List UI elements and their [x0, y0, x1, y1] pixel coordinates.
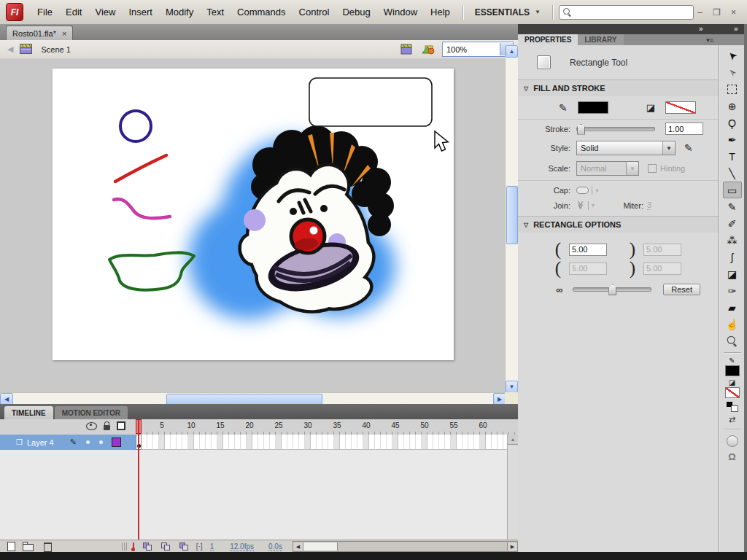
search-input[interactable]	[572, 7, 690, 18]
frame-cell[interactable]	[375, 435, 381, 450]
brush-tool[interactable]: ✐	[723, 215, 742, 232]
zoom-tool[interactable]	[723, 332, 742, 349]
subselection-tool[interactable]: ➢	[723, 64, 742, 81]
frame-rate[interactable]: 12.0fps	[230, 542, 254, 551]
timeline-horizontal-scrollbar[interactable]: ◀ ▶	[293, 541, 518, 552]
edit-multiple-frames-button[interactable]: [·]	[196, 542, 203, 551]
frame-cell[interactable]	[340, 435, 346, 450]
tab-close-icon[interactable]: ×	[62, 29, 66, 38]
hand-tool[interactable]: ☝	[723, 316, 742, 332]
frame-cell[interactable]	[270, 435, 276, 450]
fill-stroke-section-header[interactable]: ▽ FILL AND STROKE	[518, 79, 719, 96]
frame-cell[interactable]	[293, 435, 299, 450]
menu-text[interactable]: Text	[200, 4, 231, 20]
spray-brush-tool[interactable]: ⁂	[723, 232, 742, 249]
frame-cell[interactable]	[287, 435, 293, 450]
corner-radius-tl-input[interactable]: 5.00	[569, 244, 607, 256]
restore-button[interactable]: ❐	[711, 7, 723, 18]
frame-cell[interactable]	[311, 435, 317, 450]
edit-symbols-button[interactable]	[420, 43, 438, 56]
frame-cell[interactable]	[322, 435, 328, 450]
edit-stroke-style-icon[interactable]: ✎	[684, 142, 693, 154]
pencil-tool[interactable]: ✎	[723, 198, 742, 215]
new-layer-button[interactable]	[7, 542, 15, 551]
frame-cell[interactable]	[422, 435, 427, 450]
free-transform-tool[interactable]	[723, 81, 742, 98]
layer-frames-row[interactable]	[136, 435, 515, 450]
document-tab[interactable]: Rosto01.fla* ×	[6, 26, 73, 40]
workspace-switcher[interactable]: ESSENTIALS ▼	[469, 5, 546, 20]
layer-row[interactable]: ❐ Layer 4 ✎	[0, 435, 518, 450]
fill-color-swatch[interactable]	[665, 101, 696, 114]
panel-menu-icon[interactable]: ▾≡	[706, 36, 713, 44]
frame-cell[interactable]	[410, 435, 416, 450]
frame-cell[interactable]	[317, 435, 322, 450]
stroke-weight-slider[interactable]	[576, 127, 655, 131]
horizontal-scroll-thumb[interactable]	[166, 394, 322, 405]
show-hide-layers-icon[interactable]	[86, 422, 97, 430]
frame-cell[interactable]	[182, 435, 188, 450]
fill-color-swatch[interactable]	[725, 387, 740, 398]
rectangle-options-section-header[interactable]: ▽ RECTANGLE OPTIONS	[518, 216, 719, 233]
eraser-tool[interactable]: ▰	[723, 299, 742, 316]
tab-properties[interactable]: PROPERTIES	[518, 34, 578, 45]
frame-cell[interactable]	[445, 435, 451, 450]
frame-cell[interactable]	[177, 435, 182, 450]
menu-help[interactable]: Help	[424, 4, 457, 20]
frame-cell[interactable]	[171, 435, 177, 450]
layer-controls[interactable]: ❐ Layer 4 ✎	[0, 435, 136, 450]
frame-cell[interactable]	[498, 435, 503, 450]
slider-thumb[interactable]	[577, 124, 585, 135]
frame-cell[interactable]	[357, 435, 363, 450]
frame-cell[interactable]	[346, 435, 352, 450]
rectangle-tool[interactable]: ▭	[723, 182, 742, 198]
minimize-button[interactable]: –	[694, 7, 706, 18]
frame-cell[interactable]	[299, 435, 305, 450]
frame-cell[interactable]	[363, 435, 369, 450]
frame-cell[interactable]	[451, 435, 457, 450]
reset-button[interactable]: Reset	[663, 284, 700, 295]
frame-cell[interactable]	[188, 435, 194, 450]
frame-cell[interactable]	[212, 435, 217, 450]
frame-cell[interactable]	[258, 435, 264, 450]
frame-cell[interactable]	[381, 435, 387, 450]
layer-color-swatch[interactable]	[112, 438, 121, 447]
frame-cell[interactable]	[147, 435, 153, 450]
frame-cell[interactable]	[392, 435, 398, 450]
selection-tool[interactable]: ➤	[723, 47, 742, 64]
frame-cell[interactable]	[247, 435, 252, 450]
menu-file[interactable]: File	[31, 4, 59, 20]
default-colors-button[interactable]	[727, 402, 738, 411]
stage[interactable]	[53, 69, 454, 360]
layer-lock-dot[interactable]	[99, 440, 103, 444]
frame-cell[interactable]	[492, 435, 498, 450]
layer-visibility-dot[interactable]	[86, 440, 90, 444]
scroll-up-arrow[interactable]: ▲	[506, 45, 518, 58]
outline-layers-icon[interactable]	[117, 421, 125, 430]
timeline-vertical-scrollbar[interactable]: ▲	[507, 435, 518, 540]
frame-cell[interactable]	[328, 435, 334, 450]
lock-layers-icon[interactable]	[104, 425, 110, 430]
text-tool[interactable]: T	[723, 148, 742, 165]
frame-cell[interactable]	[264, 435, 270, 450]
stroke-color-swatch[interactable]	[725, 365, 740, 376]
layer-name[interactable]: Layer 4	[27, 438, 54, 447]
tab-timeline[interactable]: TIMELINE	[4, 406, 53, 419]
frame-cell[interactable]	[334, 435, 340, 450]
menu-view[interactable]: View	[88, 4, 122, 20]
search-box[interactable]	[559, 5, 694, 20]
horizontal-scrollbar[interactable]: ◀ ▶	[0, 392, 505, 405]
frame-cell[interactable]	[200, 435, 206, 450]
vertical-scrollbar[interactable]: ▲ ▼	[505, 45, 519, 392]
menu-window[interactable]: Window	[377, 4, 424, 20]
panel-splitter-grip[interactable]	[122, 542, 128, 551]
frame-cell[interactable]	[369, 435, 375, 450]
stage-zoom-dropdown[interactable]: 100% ▼	[442, 42, 514, 57]
frame-cell[interactable]	[276, 435, 282, 450]
frame-cell[interactable]	[474, 435, 480, 450]
close-button[interactable]: ×	[727, 7, 740, 18]
canvas-pasteboard[interactable]	[0, 58, 505, 392]
line-tool[interactable]: ╲	[723, 165, 742, 182]
eyedropper-tool[interactable]: ✑	[723, 282, 742, 299]
scroll-up-arrow[interactable]: ▲	[508, 435, 518, 445]
